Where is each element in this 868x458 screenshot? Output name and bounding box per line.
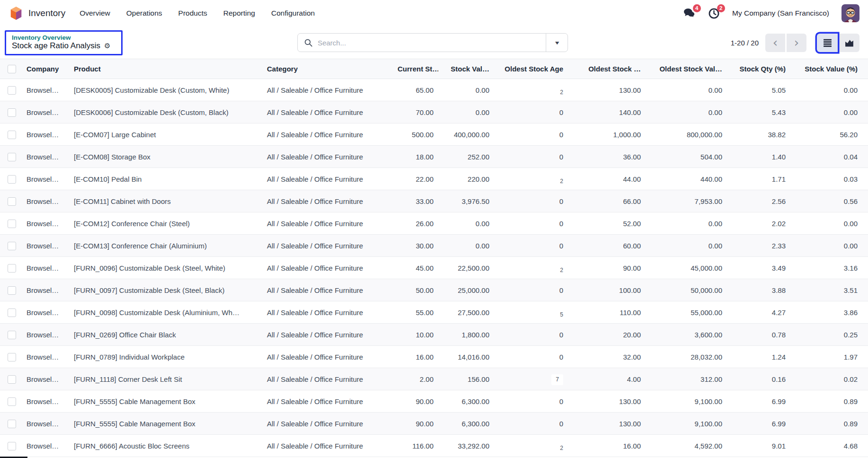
cell-oldest_value: 312.00	[646, 368, 727, 390]
nav-menu-item-overview[interactable]: Overview	[80, 9, 110, 18]
breadcrumb-parent-link[interactable]: Inventory Overview	[12, 34, 111, 41]
row-checkbox[interactable]	[8, 86, 16, 95]
user-avatar[interactable]	[841, 4, 859, 22]
oldest-age-value: 2	[560, 89, 563, 96]
table-row[interactable]: Browsel…[FURN_0789] Individual Workplace…	[0, 346, 868, 368]
row-checkbox[interactable]	[8, 353, 16, 361]
table-row[interactable]: Browsel…[FURN_0096] Customizable Desk (S…	[0, 257, 868, 279]
table-row[interactable]: Browsel…[DESK0006] Customizable Desk (Cu…	[0, 101, 868, 123]
cell-oldest_age: 2	[494, 435, 568, 457]
table-row[interactable]: Browsel…[FURN_6666] Acoustic Bloc Screen…	[0, 435, 868, 457]
breadcrumb-annotation-box: Inventory Overview Stock age Ratio Analy…	[5, 30, 123, 55]
nav-menu-item-reporting[interactable]: Reporting	[223, 9, 255, 18]
table-row[interactable]: Browsel…[E-COM10] Pedal BinAll / Saleabl…	[0, 168, 868, 190]
pager-previous-button[interactable]: ‹	[765, 34, 785, 52]
search-dropdown-toggle[interactable]: ▼	[546, 34, 567, 52]
search-input[interactable]: Search...	[318, 39, 546, 47]
row-checkbox[interactable]	[8, 286, 16, 295]
row-checkbox[interactable]	[8, 308, 16, 317]
row-select-cell	[0, 390, 22, 413]
column-header-stock_value[interactable]: Stock Val…	[438, 59, 494, 79]
top-navbar: Inventory OverviewOperationsProductsRepo…	[0, 0, 868, 26]
cell-stock_value_pct: 3.16	[790, 257, 868, 279]
row-checkbox[interactable]	[8, 242, 16, 250]
row-checkbox[interactable]	[8, 197, 16, 206]
table-row[interactable]: Browsel…[E-COM11] Cabinet with DoorsAll …	[0, 190, 868, 212]
messages-button[interactable]: 4	[683, 8, 696, 19]
cell-company: Browsel…	[22, 324, 69, 346]
chevron-left-icon: ‹	[773, 36, 778, 49]
gear-icon[interactable]: ⚙	[104, 42, 110, 50]
row-checkbox[interactable]	[8, 175, 16, 184]
table-row[interactable]: Browsel…[DESK0005] Customizable Desk (Cu…	[0, 79, 868, 101]
oldest-age-value: 2	[560, 267, 563, 273]
column-header-current_stock[interactable]: Current St…	[393, 59, 438, 79]
column-header-stock_value_pct[interactable]: Stock Value (%)	[790, 59, 868, 79]
app-name[interactable]: Inventory	[28, 8, 65, 18]
table-row[interactable]: Browsel…[FURN_1118] Corner Desk Left Sit…	[0, 368, 868, 390]
row-checkbox[interactable]	[8, 153, 16, 161]
table-row[interactable]: Browsel…[E-COM08] Storage BoxAll / Salea…	[0, 146, 868, 168]
nav-menu-item-products[interactable]: Products	[178, 9, 207, 18]
row-select-cell	[0, 301, 22, 324]
cell-product: [FURN_0098] Customizable Desk (Aluminium…	[69, 301, 262, 324]
row-checkbox[interactable]	[8, 331, 16, 339]
column-header-stock_qty_pct[interactable]: Stock Qty (%)	[727, 59, 790, 79]
cell-stock_value_pct: 0.04	[790, 146, 868, 168]
cell-company: Browsel…	[22, 146, 69, 168]
column-header-category[interactable]: Category	[262, 59, 393, 79]
cell-current_stock: 26.00	[393, 212, 438, 235]
table-row[interactable]: Browsel…[FURN_5555] Cable Management Box…	[0, 390, 868, 413]
column-header-product[interactable]: Product	[69, 59, 262, 79]
cell-oldest_stock: 110.00	[568, 301, 646, 324]
select-all-checkbox[interactable]	[8, 65, 16, 73]
breadcrumb: Stock age Ratio Analysis ⚙	[12, 41, 111, 51]
cell-stock_value_pct: 56.20	[790, 123, 868, 146]
cell-stock_qty_pct: 2.33	[727, 235, 790, 257]
row-checkbox[interactable]	[8, 375, 16, 384]
cell-current_stock: 500.00	[393, 123, 438, 146]
inventory-app-icon[interactable]	[9, 6, 24, 21]
cell-oldest_stock: 90.00	[568, 257, 646, 279]
row-checkbox[interactable]	[8, 264, 16, 273]
cell-oldest_stock: 44.00	[568, 168, 646, 190]
cell-oldest_stock: 1,000.00	[568, 123, 646, 146]
row-select-cell	[0, 368, 22, 390]
graph-view-button[interactable]	[839, 34, 859, 52]
oldest-age-value: 2	[560, 178, 563, 185]
row-checkbox[interactable]	[8, 131, 16, 139]
table-row[interactable]: Browsel…[FURN_0098] Customizable Desk (A…	[0, 301, 868, 324]
row-checkbox[interactable]	[8, 220, 16, 228]
column-header-oldest_stock[interactable]: Oldest Stock …	[568, 59, 646, 79]
column-header-company[interactable]: Company	[22, 59, 69, 79]
column-header-oldest_age[interactable]: Oldest Stock Age	[494, 59, 568, 79]
cell-stock_qty_pct: 1.24	[727, 346, 790, 368]
table-row[interactable]: Browsel…[FURN_5555] Cable Management Box…	[0, 413, 868, 435]
cell-stock_value: 6,300.00	[438, 390, 494, 413]
search-bar[interactable]: Search... ▼	[297, 33, 568, 52]
row-checkbox[interactable]	[8, 420, 16, 428]
company-switcher[interactable]: My Company (San Francisco)	[732, 9, 829, 18]
nav-menu-item-configuration[interactable]: Configuration	[271, 9, 315, 18]
row-select-cell	[0, 346, 22, 368]
row-select-cell	[0, 146, 22, 168]
cell-company: Browsel…	[22, 413, 69, 435]
table-row[interactable]: Browsel…[E-COM07] Large CabinetAll / Sal…	[0, 123, 868, 146]
row-checkbox[interactable]	[8, 108, 16, 117]
cell-oldest_age: 2	[494, 79, 568, 101]
pager: ‹ ›	[765, 34, 806, 52]
table-row[interactable]: Browsel…[FURN_0097] Customizable Desk (S…	[0, 279, 868, 301]
list-view-button[interactable]	[817, 34, 838, 52]
cell-oldest_stock: 130.00	[568, 390, 646, 413]
row-select-cell	[0, 101, 22, 123]
pager-next-button[interactable]: ›	[787, 34, 806, 52]
table-row[interactable]: Browsel…[E-COM13] Conference Chair (Alum…	[0, 235, 868, 257]
cell-current_stock: 10.00	[393, 324, 438, 346]
nav-menu-item-operations[interactable]: Operations	[126, 9, 162, 18]
row-checkbox[interactable]	[8, 397, 16, 406]
activities-button[interactable]: 2	[708, 8, 720, 19]
row-checkbox[interactable]	[8, 442, 16, 450]
table-row[interactable]: Browsel…[FURN_0269] Office Chair BlackAl…	[0, 324, 868, 346]
table-row[interactable]: Browsel…[E-COM12] Conference Chair (Stee…	[0, 212, 868, 235]
column-header-oldest_value[interactable]: Oldest Stock Val…	[646, 59, 727, 79]
